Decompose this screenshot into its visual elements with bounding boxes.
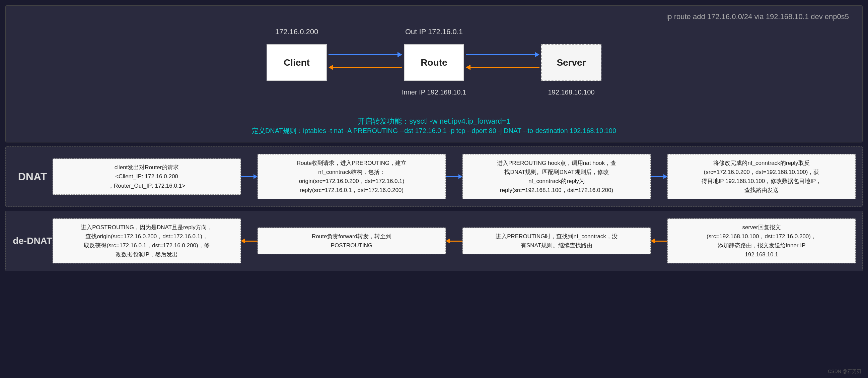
- route-to-client-arrow: [329, 65, 402, 70]
- inner-ip-label: Inner IP 192.168.10.1: [402, 88, 466, 96]
- watermark: CSDN @石刃刃: [828, 369, 861, 375]
- server-node: Server: [541, 44, 601, 81]
- dednat-arrow3: [651, 239, 668, 243]
- route-label: Route: [421, 57, 447, 68]
- cmd-line1: 开启转发功能：sysctl -w net.ipv4.ip_forward=1: [19, 116, 849, 126]
- dednat-section: de-DNAT 进入POSTROUTING，因为是DNAT且是reply方向， …: [5, 211, 863, 271]
- network-diagram: 172.16.0.200 Client: [19, 16, 849, 110]
- dnat-step4: 将修改完成的nf_conntrack的reply取反 (src=172.16.0…: [668, 154, 856, 199]
- dnat-arrow2: [446, 174, 462, 179]
- client-ip-label: 172.16.0.200: [275, 27, 318, 36]
- top-section: ip route add 172.16.0.0/24 via 192.168.1…: [5, 5, 863, 142]
- client-to-route-arrow: [329, 52, 402, 57]
- server-to-route-arrow: [466, 65, 539, 70]
- route-node: Route: [404, 44, 464, 81]
- dednat-arrow1: [241, 239, 257, 243]
- dnat-arrow3: [651, 174, 668, 179]
- dnat-label: DNAT: [12, 171, 53, 183]
- client-label: Client: [284, 57, 310, 68]
- route-to-server-arrow: [466, 52, 539, 57]
- dnat-step2: Route收到请求，进入PREROUTING，建立 nf_conntrack结构…: [257, 154, 446, 199]
- dednat-step2: Route负责forward转发，转至到 POSTROUTING: [257, 228, 446, 254]
- dnat-arrow1: [241, 174, 257, 179]
- dednat-arrow2: [446, 239, 462, 243]
- server-label: Server: [557, 57, 586, 68]
- dednat-label: de-DNAT: [12, 236, 53, 246]
- main-container: ip route add 172.16.0.0/24 via 192.168.1…: [0, 0, 868, 277]
- server-ip-label: 192.168.10.100: [548, 88, 594, 96]
- dnat-flow-steps: client发出对Router的请求 <Client_IP: 172.16.0.…: [53, 154, 856, 199]
- cmd-line2: 定义DNAT规则：iptables -t nat -A PREROUTING -…: [19, 126, 849, 135]
- dednat-step1: 进入POSTROUTING，因为是DNAT且是reply方向， 查找origin…: [53, 219, 241, 264]
- client-node: Client: [267, 44, 327, 81]
- out-ip-label: Out IP 172.16.0.1: [405, 27, 463, 36]
- dednat-step4: server回复报文 (src=192.168.10.100，dst=172.1…: [668, 219, 856, 264]
- dnat-step1: client发出对Router的请求 <Client_IP: 172.16.0.…: [53, 158, 241, 195]
- dnat-step3: 进入PREROUTING hook点，调用nat hook，查 找DNAT规则。…: [462, 154, 651, 199]
- diagram-nodes: 172.16.0.200 Client: [267, 44, 601, 81]
- dednat-flow-steps: 进入POSTROUTING，因为是DNAT且是reply方向， 查找origin…: [53, 219, 856, 264]
- dednat-step3: 进入PREROUTING时，查找到nf_conntrack，没 有SNAT规则。…: [462, 228, 651, 254]
- dnat-section: DNAT client发出对Router的请求 <Client_IP: 172.…: [5, 146, 863, 207]
- cmd-text: 开启转发功能：sysctl -w net.ipv4.ip_forward=1 定…: [19, 116, 849, 135]
